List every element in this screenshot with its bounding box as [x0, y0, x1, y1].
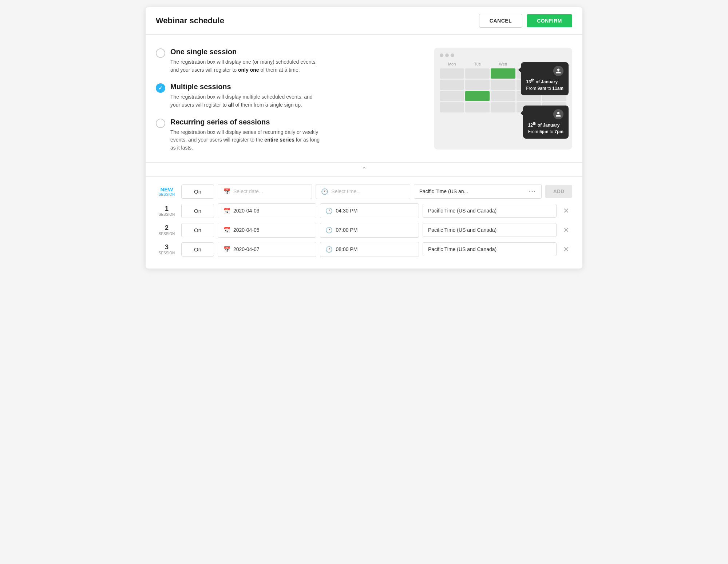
option-multiple-title: Multiple sessions	[170, 83, 313, 91]
session-1-text: SESSION	[156, 213, 178, 217]
chevron-up-icon: ⌃	[361, 166, 367, 174]
new-session-time-placeholder: Select time...	[331, 188, 361, 194]
cal-cell	[465, 68, 490, 79]
new-session-date-placeholder: Select date...	[233, 188, 263, 194]
section-divider: ⌃	[146, 163, 582, 177]
calendar-preview: Mon Tue Wed Thu Sun	[434, 48, 572, 152]
time-icon-1: 🕐	[325, 207, 333, 214]
session-3-time: 08:00 PM	[336, 246, 357, 252]
session-3-date-field[interactable]: 📅 2020-04-07	[218, 242, 316, 257]
session-3-on-value: On	[194, 246, 201, 253]
session-1-date: 2020-04-03	[233, 208, 260, 214]
option-single-title: One single session	[170, 48, 317, 56]
cal-dot-3	[451, 53, 454, 57]
cal-header-wed: Wed	[491, 61, 515, 67]
session-row-3: 3 SESSION On 📅 2020-04-07 🕐 08:00 PM Pac…	[156, 242, 572, 257]
session-2-time-field[interactable]: 🕐 07:00 PM	[320, 223, 419, 238]
cal-cell	[491, 80, 515, 90]
session-2-date: 2020-04-05	[233, 227, 260, 233]
cal-dot-1	[440, 53, 443, 57]
option-content-multiple: Multiple sessions The registration box w…	[170, 83, 313, 109]
cal-tooltip-2-date: 12th of January	[528, 121, 563, 128]
remove-session-2-button[interactable]: ✕	[560, 224, 572, 236]
new-session-text: Session	[156, 192, 178, 196]
session-1-on-value: On	[194, 208, 201, 214]
session-1-num: 1	[156, 205, 178, 213]
session-2-timezone-field[interactable]: Pacific Time (US and Canada)	[423, 223, 557, 237]
radio-recurring[interactable]	[156, 119, 165, 128]
calendar-icon-2: 📅	[223, 227, 230, 234]
timezone-dots-icon: ···	[529, 188, 536, 195]
calendar-icon-new: 📅	[223, 188, 230, 195]
cal-cell	[465, 102, 490, 112]
confirm-button[interactable]: CONFIRM	[527, 14, 572, 27]
session-2-on-value: On	[194, 227, 201, 233]
session-1-time-field[interactable]: 🕐 04:30 PM	[320, 203, 419, 218]
session-row-1: 1 SESSION On 📅 2020-04-03 🕐 04:30 PM Pac…	[156, 203, 572, 218]
cal-dot-2	[445, 53, 449, 57]
session-1-timezone-field[interactable]: Pacific Time (US and Canada)	[423, 204, 557, 218]
cal-header-mon: Mon	[440, 61, 464, 67]
cal-tooltip-1-time: From 9am to 11am	[526, 85, 563, 92]
new-session-time-field[interactable]: 🕐 Select time...	[316, 184, 410, 199]
session-3-num: 3	[156, 243, 178, 251]
session-2-num: 2	[156, 224, 178, 232]
user-icon-1	[553, 66, 563, 76]
option-multiple-desc: The registration box will display multip…	[170, 93, 313, 109]
session-3-time-field[interactable]: 🕐 08:00 PM	[320, 242, 419, 257]
session-2-text: SESSION	[156, 232, 178, 236]
cal-dots	[440, 53, 566, 57]
cal-cell-green-2	[465, 91, 490, 101]
cal-header-tue: Tue	[465, 61, 490, 67]
time-icon-3: 🕐	[325, 246, 333, 253]
option-single-desc: The registration box will display one (o…	[170, 58, 317, 74]
new-session-num: NEW	[156, 186, 178, 192]
cal-cell	[440, 68, 464, 79]
main-container: Webinar schedule CANCEL CONFIRM One sing…	[146, 7, 582, 269]
session-3-on-field[interactable]: On	[181, 242, 214, 257]
new-session-timezone-field[interactable]: Pacific Time (US an... ···	[414, 184, 542, 199]
cal-cell	[440, 80, 464, 90]
calendar-mockup: Mon Tue Wed Thu Sun	[434, 48, 572, 150]
page-title: Webinar schedule	[156, 16, 224, 25]
session-type-section: One single session The registration box …	[146, 35, 582, 163]
new-session-date-field[interactable]: 📅 Select date...	[218, 184, 312, 199]
cal-tooltip-1: 13th of January From 9am to 11am	[521, 62, 569, 95]
add-session-button[interactable]: ADD	[545, 185, 572, 198]
remove-session-1-button[interactable]: ✕	[560, 205, 572, 217]
new-session-label: NEW Session	[156, 186, 178, 196]
option-content-recurring: Recurring series of sessions The registr…	[170, 118, 320, 152]
cal-tooltip-2-time: From 5pm to 7pm	[528, 128, 563, 135]
session-2-timezone: Pacific Time (US and Canada)	[428, 227, 496, 233]
radio-single[interactable]	[156, 48, 165, 58]
session-2-time: 07:00 PM	[336, 227, 357, 233]
remove-session-3-button[interactable]: ✕	[560, 243, 572, 255]
option-multiple-sessions[interactable]: ✓ Multiple sessions The registration box…	[156, 83, 419, 109]
calendar-icon-1: 📅	[223, 207, 230, 214]
new-session-on-field[interactable]: On	[181, 184, 214, 199]
session-3-timezone-field[interactable]: Pacific Time (US and Canada)	[423, 242, 557, 256]
session-2-on-field[interactable]: On	[181, 223, 214, 237]
session-3-date: 2020-04-07	[233, 246, 260, 252]
cal-tooltip-2: 12th of January From 5pm to 7pm	[523, 106, 569, 139]
option-recurring-sessions[interactable]: Recurring series of sessions The registr…	[156, 118, 419, 152]
user-svg-1	[555, 68, 561, 74]
option-recurring-title: Recurring series of sessions	[170, 118, 320, 126]
session-row-2: 2 SESSION On 📅 2020-04-05 🕐 07:00 PM Pac…	[156, 223, 572, 238]
session-2-date-field[interactable]: 📅 2020-04-05	[218, 223, 316, 238]
cal-cell	[465, 80, 490, 90]
cal-cell	[440, 102, 464, 112]
radio-multiple[interactable]: ✓	[156, 83, 165, 93]
session-2-label: 2 SESSION	[156, 224, 178, 236]
option-content-single: One single session The registration box …	[170, 48, 317, 74]
cancel-button[interactable]: CANCEL	[479, 14, 522, 28]
session-1-date-field[interactable]: 📅 2020-04-03	[218, 203, 316, 218]
cal-tooltip-1-date: 13th of January	[526, 78, 563, 85]
session-1-on-field[interactable]: On	[181, 204, 214, 218]
time-icon-2: 🕐	[325, 227, 333, 234]
option-recurring-desc: The registration box will display series…	[170, 128, 320, 152]
option-single-session[interactable]: One single session The registration box …	[156, 48, 419, 74]
session-3-label: 3 SESSION	[156, 243, 178, 255]
session-3-timezone: Pacific Time (US and Canada)	[428, 246, 496, 252]
header-buttons: CANCEL CONFIRM	[479, 14, 572, 28]
